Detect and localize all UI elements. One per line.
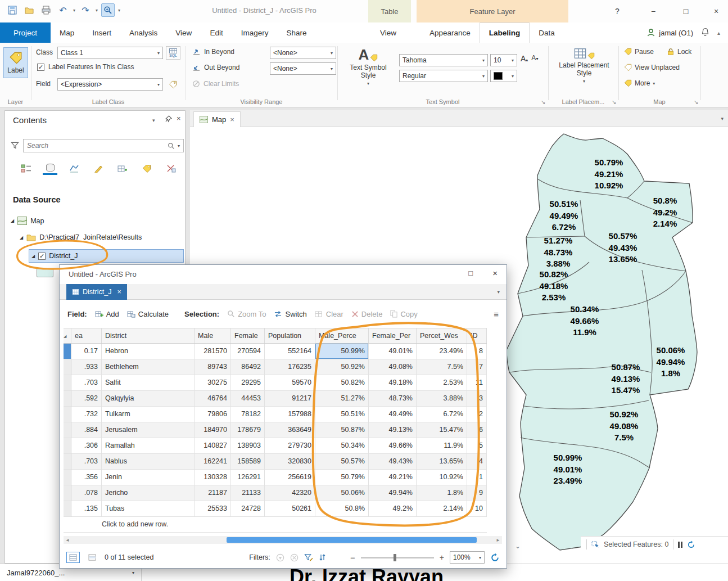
selected-records-view-button[interactable] <box>85 552 99 563</box>
cell-id[interactable]: 2 <box>467 407 487 422</box>
cell-female[interactable]: 86492 <box>231 359 265 375</box>
row-selector[interactable] <box>64 454 71 470</box>
cell-male_perce[interactable]: 50.79% <box>315 470 369 485</box>
add-field-button[interactable]: Add <box>95 310 119 318</box>
ribbon-tab-data[interactable]: Data <box>530 22 564 43</box>
grow-text-button[interactable]: A▴ <box>521 54 528 63</box>
list-by-charts-icon[interactable] <box>164 163 178 175</box>
zoom-level-dropdown[interactable]: 100%▾ <box>450 551 485 564</box>
class-dropdown[interactable]: Class 1▾ <box>57 47 163 59</box>
expander-icon[interactable]: ◢ <box>31 254 35 259</box>
filter-toggle-icon[interactable] <box>276 553 284 562</box>
cell-percet_wes[interactable]: 6.72% <box>417 407 467 422</box>
table-row-nablus[interactable]: .703Nablus16224115858932083050.57%49.43%… <box>64 454 487 470</box>
cell-id[interactable]: 9 <box>467 485 487 501</box>
save-project-icon[interactable] <box>6 3 19 17</box>
cell-percet_wes[interactable]: 7.5% <box>417 359 467 375</box>
row-selector[interactable] <box>64 422 71 438</box>
view-tab-overflow-chevron-icon[interactable]: ▾ <box>721 116 724 121</box>
cell-percet_wes[interactable]: 2.53% <box>417 375 467 391</box>
cell-female_per[interactable]: 49.01% <box>369 344 417 359</box>
ribbon-tab-map[interactable]: Map <box>51 22 83 43</box>
list-by-selection-icon[interactable] <box>67 163 82 175</box>
cell-male_perce[interactable]: 50.06% <box>315 485 369 501</box>
refresh-table-icon[interactable] <box>490 553 500 562</box>
column-header-male[interactable]: Male <box>195 328 231 343</box>
table-row-tubas[interactable]: .135Tubas25533247285026150.8%49.2%2.14%1… <box>64 501 487 517</box>
zoom-in-button[interactable]: + <box>440 553 444 562</box>
cell-district[interactable]: Jenin <box>102 470 195 485</box>
more-button[interactable]: More▾ <box>624 79 655 87</box>
row-selector[interactable] <box>64 407 71 422</box>
cell-male[interactable]: 30275 <box>195 375 231 391</box>
ribbon-tab-labeling[interactable]: Labeling <box>480 22 530 43</box>
ribbon-tab-edit[interactable]: Edit <box>201 22 232 43</box>
cell-ea[interactable]: .703 <box>71 375 102 391</box>
switch-selection-button[interactable]: Switch <box>274 310 306 318</box>
undo-button[interactable]: ↶ <box>56 3 70 17</box>
lock-labels-button[interactable]: Lock <box>667 48 691 56</box>
add-new-row[interactable]: Click to add new row. <box>64 517 487 533</box>
cell-percet_wes[interactable]: 11.9% <box>417 438 467 454</box>
cell-percet_wes[interactable]: 10.92% <box>417 470 467 485</box>
in-beyond-dropdown[interactable]: <None>▾ <box>270 47 336 59</box>
cell-population[interactable]: 59570 <box>265 375 315 391</box>
ribbon-tab-analysis[interactable]: Analysis <box>120 22 166 43</box>
close-button[interactable]: × <box>707 4 726 18</box>
redo-dropdown-icon[interactable]: ▾ <box>96 8 98 13</box>
cell-district[interactable]: Hebron <box>102 344 195 359</box>
map-tab-close-icon[interactable]: × <box>230 115 234 124</box>
cell-male[interactable]: 25533 <box>195 501 231 517</box>
explore-zoom-tool[interactable] <box>101 3 115 17</box>
ribbon-tab-view[interactable]: View <box>166 22 201 43</box>
cell-population[interactable]: 50261 <box>265 501 315 517</box>
sort-icon[interactable] <box>319 553 326 561</box>
expression-builder-button[interactable] <box>166 78 179 91</box>
ribbon-tab-table-view[interactable]: View <box>371 22 405 43</box>
cell-male_perce[interactable]: 50.51% <box>315 407 369 422</box>
cell-population[interactable]: 279730 <box>265 438 315 454</box>
clear-selection-button[interactable]: Clear <box>315 310 343 318</box>
pane-menu-chevron-icon[interactable]: ▾ <box>152 118 155 123</box>
scroll-left-icon[interactable]: ◄ <box>64 538 71 543</box>
table-view-button[interactable] <box>66 552 80 563</box>
cell-percet_wes[interactable]: 3.88% <box>417 391 467 407</box>
table-tab-close-icon[interactable]: × <box>117 288 121 296</box>
ribbon-tab-share[interactable]: Share <box>277 22 315 43</box>
table-row-hebron[interactable]: 0.17Hebron28157027059455216450.99%49.01%… <box>64 344 487 359</box>
filter-funnel-icon[interactable] <box>11 141 19 151</box>
cell-percet_wes[interactable]: 1.8% <box>417 485 467 501</box>
qat-customize-icon[interactable]: ▾ <box>118 8 120 13</box>
table-row-salfit[interactable]: .703Salfit30275292955957050.82%49.18%2.5… <box>64 375 487 391</box>
cell-district[interactable]: Ramallah <box>102 438 195 454</box>
cell-district[interactable]: Salfit <box>102 375 195 391</box>
label-features-checkbox-row[interactable]: ✓ Label Features In This Class <box>37 63 134 71</box>
column-header-ea[interactable]: ea <box>71 328 102 343</box>
cell-ea[interactable]: .592 <box>71 391 102 407</box>
cell-male_perce[interactable]: 50.8% <box>315 501 369 517</box>
cell-id[interactable]: 11 <box>467 375 487 391</box>
font-color-dropdown[interactable]: ▾ <box>490 70 517 82</box>
cell-female[interactable]: 24728 <box>231 501 265 517</box>
ribbon-tab-imagery[interactable]: Imagery <box>232 22 278 43</box>
row-selector[interactable] <box>64 344 71 359</box>
cell-female_per[interactable]: 49.18% <box>369 375 417 391</box>
ribbon-tab-project[interactable]: Project <box>0 22 51 43</box>
select-all-corner[interactable]: ◢ <box>64 328 71 343</box>
cell-female[interactable]: 78182 <box>231 407 265 422</box>
cell-female_per[interactable]: 49.21% <box>369 470 417 485</box>
cell-district[interactable]: Tulkarm <box>102 407 195 422</box>
refresh-map-icon[interactable] <box>687 541 695 549</box>
cell-female[interactable]: 44453 <box>231 391 265 407</box>
map-view-tab[interactable]: Map × <box>193 111 241 127</box>
column-header-female_per[interactable]: Female_Per <box>369 328 417 343</box>
label-features-checkbox[interactable]: ✓ <box>37 64 44 71</box>
list-by-labeling-icon[interactable] <box>139 163 154 175</box>
cell-id[interactable]: 6 <box>467 422 487 438</box>
table-row-tulkarm[interactable]: .732Tulkarm798067818215798850.51%49.49%6… <box>64 407 487 422</box>
cell-male_perce[interactable]: 50.92% <box>315 359 369 375</box>
cell-ea[interactable]: .884 <box>71 422 102 438</box>
cell-population[interactable]: 157988 <box>265 407 315 422</box>
table-row-jerusalem[interactable]: .884Jerusalem18497017867936364950.87%49.… <box>64 422 487 438</box>
text-symbol-dialog-launcher[interactable]: ↘ <box>541 99 545 105</box>
